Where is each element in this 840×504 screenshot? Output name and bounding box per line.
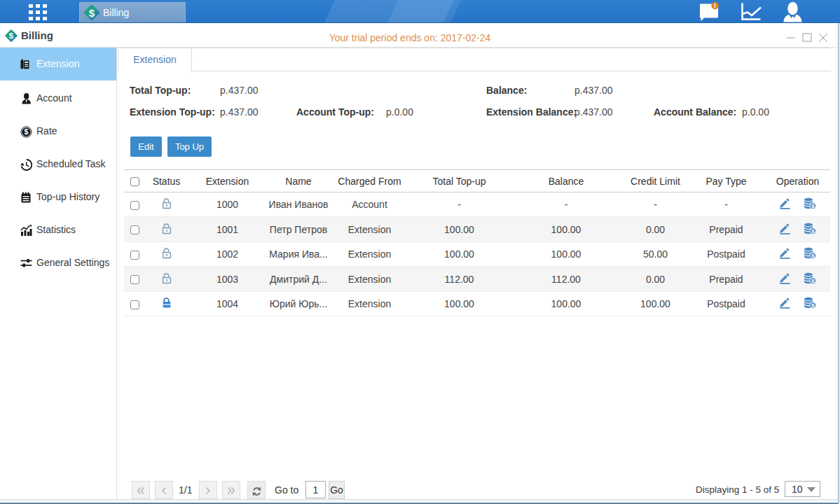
svg-text:$: $: [25, 127, 29, 136]
svg-text:$: $: [811, 228, 815, 234]
svg-text:$: $: [811, 253, 815, 259]
svg-text:$: $: [811, 278, 815, 284]
svg-text:$: $: [89, 7, 95, 19]
svg-text:$: $: [811, 302, 815, 309]
svg-text:!: !: [714, 2, 716, 9]
svg-text:$: $: [811, 203, 815, 209]
